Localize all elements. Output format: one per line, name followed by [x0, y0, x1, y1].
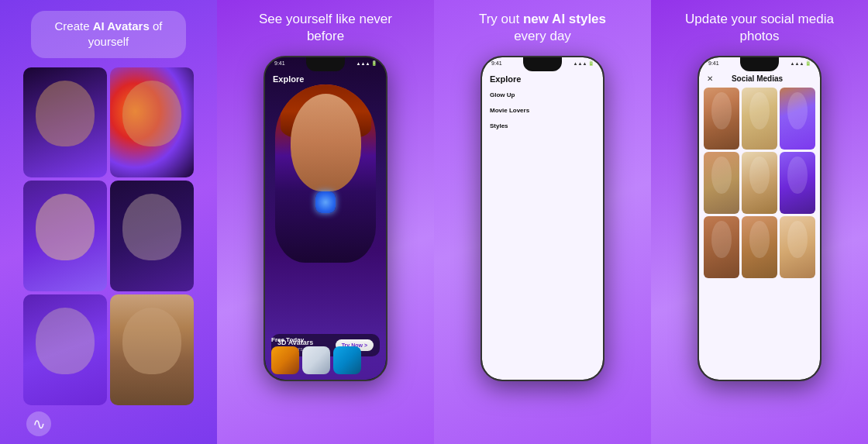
- avatar-grid-panel1: [23, 67, 194, 406]
- phone-status-bar: 9:41 ▲▲▲ 🔋: [274, 60, 377, 66]
- panel-see-yourself: See yourself like never before 9:41 ▲▲▲ …: [217, 0, 434, 444]
- face-oval-2: [749, 92, 769, 129]
- photo-cell-6: [780, 152, 815, 214]
- app-logo-icon: ∿: [26, 411, 51, 436]
- phone3-wrap: 9:41 ▲▲▲ 🔋 Explore Glow Up: [480, 53, 604, 436]
- face-oval-4: [711, 157, 731, 194]
- panel4-headline: Update your social media photos: [682, 11, 837, 45]
- phone2-wrap: 9:41 ▲▲▲ 🔋 Explore: [264, 53, 388, 436]
- wave-symbol: ∿: [33, 415, 46, 433]
- phone3-status-bar: 9:41 ▲▲▲ 🔋: [491, 60, 594, 66]
- screen3-background: 9:41 ▲▲▲ 🔋 Explore Glow Up: [482, 57, 603, 380]
- free-thumb-1: [271, 346, 299, 374]
- avatar-face: [291, 94, 361, 192]
- photo-cell-7: [704, 216, 739, 278]
- explore-label: Explore: [273, 74, 304, 84]
- social-medias-title: Social Medias: [732, 74, 783, 83]
- photo-face-4: [704, 152, 739, 214]
- free-today-section: Free Today: [265, 333, 386, 380]
- status4-time: 9:41: [708, 60, 719, 66]
- phone-mockup-3: 9:41 ▲▲▲ 🔋 Explore Glow Up: [480, 56, 604, 381]
- photo-cell-1: [704, 88, 739, 150]
- phone-mockup-2: 9:41 ▲▲▲ 🔋 Explore: [264, 56, 388, 381]
- avatar-cell-1: [23, 67, 107, 178]
- status4-icons: ▲▲▲ 🔋: [790, 60, 811, 66]
- screen2-background: 9:41 ▲▲▲ 🔋 Explore: [265, 57, 386, 380]
- free-thumb-2: [302, 346, 330, 374]
- photo-cell-9: [780, 216, 815, 278]
- photo-face-5: [742, 152, 777, 214]
- section-glow-up: Glow Up: [482, 88, 603, 101]
- avatar-body: [275, 84, 376, 263]
- section-movie-lovers: Movie Lovers: [482, 104, 603, 116]
- social-photo-grid: [699, 88, 820, 278]
- face-oval-3: [787, 92, 807, 129]
- avatar-cell-4: [110, 181, 194, 291]
- face-oval-7: [711, 221, 731, 258]
- section-styles: Styles: [482, 119, 603, 132]
- avatar-col-left: [23, 67, 107, 406]
- status3-icons: ▲▲▲ 🔋: [574, 60, 594, 66]
- face-oval-6: [787, 157, 807, 194]
- avatar-cell-real: [110, 294, 194, 405]
- photo-cell-2: [742, 88, 777, 150]
- phone-screen-2: 9:41 ▲▲▲ 🔋 Explore: [265, 57, 386, 380]
- face-oval-1: [711, 92, 731, 129]
- status3-time: 9:41: [491, 60, 502, 66]
- free-today-thumbnails: [271, 346, 380, 374]
- panel1-headline-text: Create AI Avatars of yourself: [55, 19, 163, 48]
- phone-screen-4: 9:41 ▲▲▲ 🔋 ✕ Social Medias: [699, 57, 820, 380]
- face-oval-8: [749, 221, 769, 258]
- phone-mockup-4: 9:41 ▲▲▲ 🔋 ✕ Social Medias: [698, 56, 822, 381]
- avatar-3d-illustration: [275, 84, 376, 263]
- photo-cell-4: [704, 152, 739, 214]
- photo-face-9: [780, 216, 815, 278]
- photo-face-7: [704, 216, 739, 278]
- free-thumb-3: [333, 346, 361, 374]
- avatar-cell-5: [23, 294, 107, 405]
- logo-row: ∿: [23, 405, 194, 436]
- photo-face-3: [780, 88, 815, 150]
- photo-face-2: [742, 88, 777, 150]
- face-oval-9: [787, 221, 807, 258]
- face-oval-5: [749, 157, 769, 194]
- explore3-label: Explore: [490, 74, 521, 84]
- panel-ai-styles: Try out new AI styles every day 9:41 ▲▲▲…: [434, 0, 651, 444]
- photo-cell-3: [780, 88, 815, 150]
- photo-cell-5: [742, 152, 777, 214]
- photo-face-1: [704, 88, 739, 150]
- panel2-headline: See yourself like never before: [248, 11, 403, 45]
- panel1-headline: Create AI Avatars of yourself: [31, 11, 186, 58]
- status-time: 9:41: [274, 60, 285, 66]
- status-icons: ▲▲▲ 🔋: [356, 60, 377, 66]
- avatar-gem: [315, 191, 336, 213]
- panel3-headline: Try out new AI styles every day: [465, 11, 620, 45]
- close-button[interactable]: ✕: [707, 74, 713, 83]
- free-today-label: Free Today: [271, 336, 380, 343]
- phone-screen-3: 9:41 ▲▲▲ 🔋 Explore Glow Up: [482, 57, 603, 380]
- avatar-cell-2: [110, 67, 194, 178]
- avatar-cell-3: [23, 181, 107, 291]
- photo-cell-8: [742, 216, 777, 278]
- avatar-col-right: [110, 67, 194, 406]
- phone4-status-bar: 9:41 ▲▲▲ 🔋: [708, 60, 811, 66]
- panel-create-avatars: Create AI Avatars of yourself: [0, 0, 217, 444]
- photo-face-6: [780, 152, 815, 214]
- phone4-wrap: 9:41 ▲▲▲ 🔋 ✕ Social Medias: [698, 53, 822, 436]
- panel-social-media: Update your social media photos 9:41 ▲▲▲…: [651, 0, 868, 444]
- photo-face-8: [742, 216, 777, 278]
- screen4-background: 9:41 ▲▲▲ 🔋 ✕ Social Medias: [699, 57, 820, 380]
